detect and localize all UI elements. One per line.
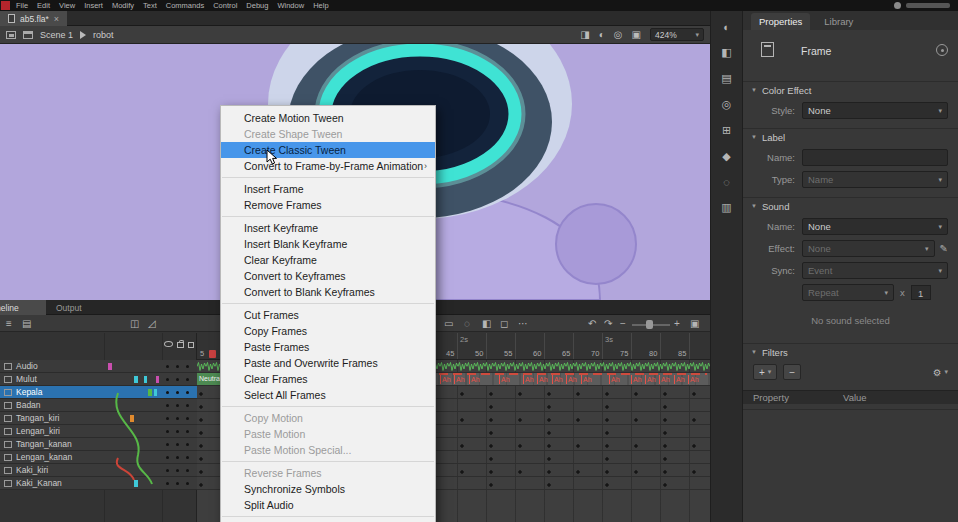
style-select[interactable]: None ▾: [802, 102, 948, 119]
visibility-dot[interactable]: [166, 365, 169, 368]
menu-item-remove-frames[interactable]: Remove Frames: [221, 197, 435, 213]
menu-item-insert-blank-keyframe[interactable]: Insert Blank Keyframe: [221, 236, 435, 252]
menu-item-convert-to-blank-keyframes[interactable]: Convert to Blank Keyframes: [221, 284, 435, 300]
layer-row-audio[interactable]: Audio: [0, 360, 197, 373]
lock-dot[interactable]: [176, 456, 179, 459]
breadcrumb-scene[interactable]: Scene 1: [40, 30, 73, 40]
remove-filter-button[interactable]: −: [783, 364, 801, 380]
label-type-select[interactable]: Name ▾: [802, 171, 948, 188]
menu-item-create-motion-tween[interactable]: Create Motion Tween: [221, 110, 435, 126]
visibility-dot[interactable]: [166, 456, 169, 459]
color-panel-icon[interactable]: ◐: [723, 21, 730, 33]
outline-dot[interactable]: [186, 443, 189, 446]
breadcrumb-symbol[interactable]: robot: [93, 30, 114, 40]
lock-dot[interactable]: [176, 404, 179, 407]
parent-view-icon[interactable]: ◫: [130, 317, 139, 330]
color-effect-header[interactable]: ▼ Color Effect: [743, 82, 958, 98]
lock-dot[interactable]: [176, 365, 179, 368]
menu-item-convert-to-keyframes[interactable]: Convert to Keyframes: [221, 268, 435, 284]
menu-item-insert-keyframe[interactable]: Insert Keyframe: [221, 220, 435, 236]
align-panel-icon[interactable]: ▤: [721, 72, 731, 85]
menu-edit[interactable]: Edit: [37, 1, 50, 10]
visibility-dot[interactable]: [166, 482, 169, 485]
layer-row-mulut[interactable]: Mulut: [0, 373, 197, 386]
brush-panel-icon[interactable]: ◆: [722, 150, 730, 163]
visibility-dot[interactable]: [166, 417, 169, 420]
show-hide-column-icon[interactable]: [164, 341, 173, 347]
reset-timeline-zoom-icon[interactable]: ▣: [690, 317, 699, 330]
menu-item-clear-keyframe[interactable]: Clear Keyframe: [221, 252, 435, 268]
lock-dot[interactable]: [176, 469, 179, 472]
menu-item-clear-frames[interactable]: Clear Frames: [221, 371, 435, 387]
visibility-dot[interactable]: [166, 430, 169, 433]
lock-dot[interactable]: [176, 417, 179, 420]
lock-dot[interactable]: [176, 378, 179, 381]
lock-dot[interactable]: [176, 391, 179, 394]
menu-item-paste-motion[interactable]: Paste Motion: [221, 426, 435, 442]
rotate-stage-icon[interactable]: ◐: [599, 29, 605, 40]
swatches-panel-icon[interactable]: ◧: [721, 46, 731, 59]
outline-dot[interactable]: [186, 404, 189, 407]
menu-modify[interactable]: Modify: [112, 1, 134, 10]
menu-window[interactable]: Window: [277, 1, 304, 10]
help-icon[interactable]: [936, 44, 948, 56]
visibility-dot[interactable]: [166, 443, 169, 446]
menu-item-reverse-frames[interactable]: Reverse Frames: [221, 465, 435, 481]
timeline-back-icon[interactable]: [6, 31, 16, 39]
menu-item-synchronize-symbols[interactable]: Synchronize Symbols: [221, 481, 435, 497]
lock-dot[interactable]: [176, 443, 179, 446]
edit-sound-envelope-icon[interactable]: ✎: [940, 243, 948, 254]
visibility-dot[interactable]: [166, 404, 169, 407]
sound-header[interactable]: ▼ Sound: [743, 198, 958, 214]
menu-text[interactable]: Text: [143, 1, 157, 10]
camera-icon[interactable]: ◨: [580, 29, 589, 40]
tab-output[interactable]: Output: [46, 300, 92, 315]
visibility-dot[interactable]: [166, 378, 169, 381]
layer-row-kepala[interactable]: Kepala: [0, 386, 197, 399]
tab-library[interactable]: Library: [820, 13, 857, 30]
center-playhead-icon[interactable]: ▭: [444, 317, 453, 330]
document-tab[interactable]: ab5.fla* ×: [0, 11, 67, 26]
layer-row-kaki-kanan[interactable]: Kaki_Kanan: [0, 477, 197, 490]
menu-file[interactable]: File: [16, 1, 28, 10]
layer-row-kaki-kiri[interactable]: Kaki_kiri: [0, 464, 197, 477]
sound-repeat-select[interactable]: Repeat ▾: [802, 284, 894, 301]
history-panel-icon[interactable]: ◌: [723, 176, 730, 188]
menu-item-paste-frames[interactable]: Paste Frames: [221, 339, 435, 355]
outline-dot[interactable]: [186, 456, 189, 459]
sound-effect-select[interactable]: None ▾: [802, 240, 935, 257]
menu-item-create-shape-tween[interactable]: Create Shape Tween: [221, 126, 435, 142]
outline-dot[interactable]: [186, 469, 189, 472]
info-panel-icon[interactable]: ◎: [722, 98, 732, 111]
layer-row-tangan-kiri[interactable]: Tangan_kiri: [0, 412, 197, 425]
menu-item-convert-frame-by-frame[interactable]: Convert to Frame-by-Frame Animation ›: [221, 158, 435, 174]
frame-label-name-input[interactable]: [802, 149, 948, 166]
layer-row-lengan-kanan[interactable]: Lengan_kanan: [0, 451, 197, 464]
sound-name-select[interactable]: None ▾: [802, 218, 948, 235]
layer-row-tangan-kanan[interactable]: Tangan_kanan: [0, 438, 197, 451]
add-filter-button[interactable]: + ▾: [753, 364, 777, 380]
outline-dot[interactable]: [186, 391, 189, 394]
menu-item-split-audio[interactable]: Split Audio: [221, 497, 435, 513]
center-stage-icon[interactable]: ◎: [614, 29, 623, 40]
menu-item-copy-frames[interactable]: Copy Frames: [221, 323, 435, 339]
scenes-panel-icon[interactable]: ▥: [721, 201, 731, 214]
visibility-dot[interactable]: [166, 391, 169, 394]
repeat-count-value[interactable]: 1: [911, 285, 931, 300]
menu-debug[interactable]: Debug: [246, 1, 268, 10]
menu-help[interactable]: Help: [313, 1, 328, 10]
layer-row-badan[interactable]: Badan: [0, 399, 197, 412]
menu-commands[interactable]: Commands: [166, 1, 204, 10]
zoom-select[interactable]: 424% ▾: [650, 28, 704, 41]
filters-header[interactable]: ▼ Filters: [743, 344, 958, 360]
edit-multiple-frames-icon[interactable]: ⋯: [518, 317, 528, 330]
step-back-icon[interactable]: ↶: [588, 317, 596, 330]
lock-dot[interactable]: [176, 430, 179, 433]
menu-item-copy-motion[interactable]: Copy Motion: [221, 410, 435, 426]
outline-dot[interactable]: [186, 365, 189, 368]
menu-control[interactable]: Control: [213, 1, 237, 10]
clip-outside-stage-icon[interactable]: ▣: [632, 29, 641, 40]
outline-dot[interactable]: [186, 417, 189, 420]
timeline-options-icon[interactable]: ≡: [6, 317, 12, 330]
layer-row-lengan-kiri[interactable]: Lengan_kiri: [0, 425, 197, 438]
